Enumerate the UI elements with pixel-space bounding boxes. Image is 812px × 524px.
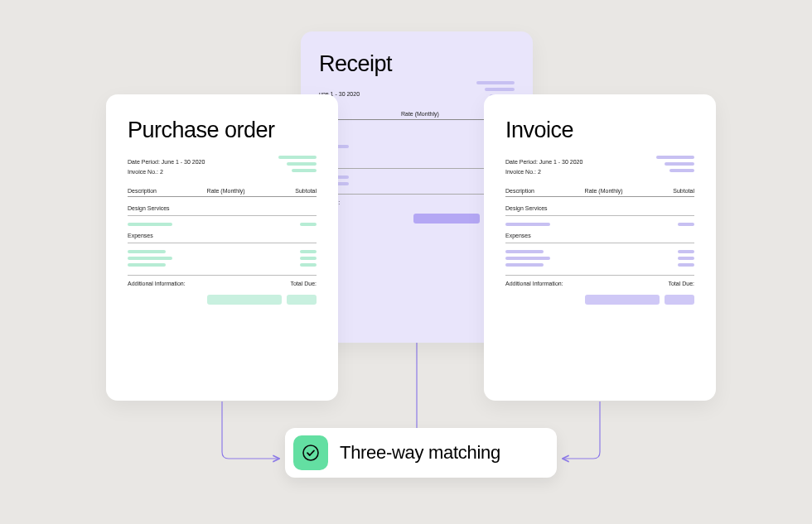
placeholder-bar	[665, 295, 694, 305]
placeholder-bar	[678, 257, 694, 260]
placeholder-bar	[287, 162, 317, 166]
po-addl-info: Additional Information:	[128, 281, 186, 286]
po-section-design: Design Services	[128, 205, 317, 216]
receipt-hdr-rate: Rate (Monthly)	[401, 111, 464, 117]
three-way-matching-result: Three-way matching	[285, 428, 557, 478]
placeholder-bar	[128, 250, 166, 253]
invoice-section-design: Design Services	[505, 205, 694, 216]
placeholder-bar	[300, 257, 317, 260]
placeholder-bar	[413, 214, 480, 224]
placeholder-bar	[505, 250, 544, 253]
placeholder-bar	[476, 81, 515, 84]
check-circle-icon	[301, 443, 321, 463]
invoice-section-expenses: Expenses	[505, 233, 694, 243]
placeholder-bar	[678, 223, 694, 226]
placeholder-bar	[207, 295, 282, 305]
po-section-expenses: Expenses	[128, 233, 317, 243]
po-total-due: Total Due:	[290, 281, 317, 286]
po-hdr-subtotal: Subtotal	[268, 188, 317, 194]
check-badge	[293, 435, 328, 470]
placeholder-bar	[505, 263, 544, 267]
placeholder-bar	[656, 156, 694, 159]
placeholder-bar	[669, 169, 694, 172]
purchase-order-card: Purchase order Date Period: June 1 - 30 …	[106, 94, 338, 401]
placeholder-bar	[128, 263, 166, 267]
po-hdr-rate: Rate (Monthly)	[207, 188, 268, 194]
invoice-title: Invoice	[505, 118, 694, 143]
placeholder-bar	[678, 250, 694, 253]
invoice-card: Invoice Date Period: June 1 - 30 2020 In…	[484, 94, 716, 401]
receipt-title: Receipt	[319, 51, 515, 77]
placeholder-bar	[678, 263, 694, 267]
invoice-addl-info: Additional Information:	[505, 281, 563, 286]
placeholder-bar	[585, 295, 660, 305]
placeholder-bar	[128, 223, 172, 226]
placeholder-bar	[505, 257, 550, 260]
placeholder-bar	[300, 263, 317, 267]
placeholder-bar	[292, 169, 317, 172]
invoice-hdr-subtotal: Subtotal	[645, 188, 694, 194]
placeholder-bar	[665, 162, 694, 166]
placeholder-bar	[505, 223, 550, 226]
svg-point-0	[303, 445, 318, 460]
invoice-hdr-description: Description	[505, 188, 585, 194]
placeholder-bar	[300, 223, 317, 226]
invoice-hdr-rate: Rate (Monthly)	[585, 188, 646, 194]
placeholder-bar	[128, 257, 172, 260]
po-title: Purchase order	[128, 118, 317, 143]
invoice-total-due: Total Due:	[668, 281, 694, 286]
placeholder-bar	[485, 88, 515, 91]
placeholder-bar	[287, 295, 317, 305]
po-hdr-description: Description	[128, 188, 207, 194]
placeholder-bar	[278, 156, 317, 159]
result-label: Three-way matching	[340, 442, 500, 464]
placeholder-bar	[300, 250, 317, 253]
